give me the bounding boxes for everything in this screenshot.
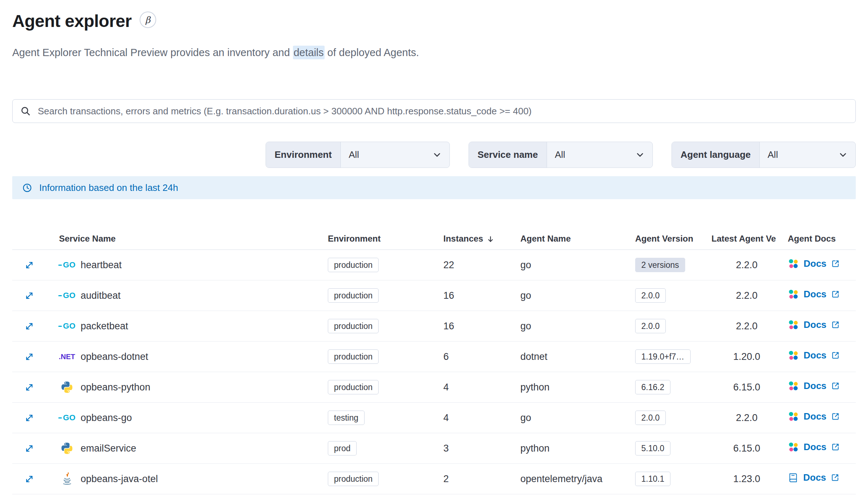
instances-count: 4 <box>440 403 517 433</box>
service-name: packetbeat <box>81 321 128 332</box>
column-label: Instances <box>443 234 483 243</box>
docs-link-label: Docs <box>804 380 827 392</box>
table-header-row: Service Name Environment Instances Agent… <box>12 229 856 250</box>
docs-link-label: Docs <box>803 472 826 483</box>
column-label: Latest Agent Ve <box>711 234 776 243</box>
agent-version-badge: 2.0.0 <box>635 411 666 425</box>
environment-badge: production <box>328 258 379 272</box>
subtitle-highlight: details <box>293 46 325 59</box>
column-header-latest-agent-version[interactable]: Latest Agent Ve <box>709 229 785 250</box>
docs-link-label: Docs <box>804 411 827 422</box>
java-icon <box>59 472 75 486</box>
expand-column-spacer <box>12 229 56 250</box>
latest-agent-version: 6.15.0 <box>709 433 785 464</box>
expand-row-button[interactable] <box>24 444 34 453</box>
expand-row-button[interactable] <box>24 474 34 484</box>
external-link-icon <box>831 260 840 268</box>
latest-agent-version: 2.2.0 <box>709 280 785 311</box>
table-row: emailServiceprod3python5.10.06.15.0Docs <box>12 433 856 464</box>
search-bar <box>12 99 856 123</box>
instances-count: 2 <box>440 464 517 494</box>
agent-docs-link[interactable]: Docs <box>788 411 840 422</box>
service-name-filter[interactable]: Service name All <box>469 142 653 168</box>
docs-link-label: Docs <box>804 319 827 330</box>
column-header-environment[interactable]: Environment <box>325 229 440 250</box>
chevron-down-icon <box>838 150 847 159</box>
column-header-service-name[interactable]: Service Name <box>56 229 325 250</box>
agent-docs-link[interactable]: Docs <box>788 289 840 300</box>
column-header-instances[interactable]: Instances <box>440 229 517 250</box>
agents-table-container: Service Name Environment Instances Agent… <box>12 229 856 494</box>
agent-docs-link[interactable]: Docs <box>788 472 839 483</box>
instances-count: 6 <box>440 342 517 372</box>
agent-docs-link[interactable]: Docs <box>788 441 840 453</box>
expand-row-button[interactable] <box>24 291 34 301</box>
instances-count: 3 <box>440 433 517 464</box>
agent-docs-link[interactable]: Docs <box>788 258 840 269</box>
agent-cluster-icon <box>788 289 799 300</box>
environment-filter-value: All <box>349 149 359 160</box>
expand-row-button[interactable] <box>24 352 34 362</box>
table-row: GOopbeans-gotesting4go2.0.02.2.0Docs <box>12 403 856 433</box>
page-title: Agent explorer <box>12 11 132 32</box>
sort-descending-icon <box>486 235 495 243</box>
agents-table: Service Name Environment Instances Agent… <box>12 229 856 494</box>
column-label: Agent Version <box>635 234 693 243</box>
filters-row: Environment All Service name All Agent l… <box>12 142 856 168</box>
latest-agent-version: 2.2.0 <box>709 311 785 342</box>
service-name: heartbeat <box>81 260 122 271</box>
expand-row-button[interactable] <box>24 383 34 392</box>
docs-link-label: Docs <box>804 289 827 300</box>
book-icon <box>788 472 799 483</box>
agent-language-filter-value: All <box>768 149 778 160</box>
agent-language-filter[interactable]: Agent language All <box>672 142 856 168</box>
table-row: .NETopbeans-dotnetproduction6dotnet1.19.… <box>12 342 856 372</box>
environment-filter[interactable]: Environment All <box>266 142 450 168</box>
agent-name: python <box>517 433 632 464</box>
external-link-icon <box>831 412 840 421</box>
python-icon <box>59 381 75 394</box>
agent-version-badge: 1.19.0+f7… <box>635 349 691 364</box>
expand-row-button[interactable] <box>24 321 34 331</box>
docs-link-label: Docs <box>804 258 827 269</box>
service-name: opbeans-python <box>81 382 150 393</box>
latest-agent-version: 6.15.0 <box>709 372 785 403</box>
agent-name: dotnet <box>517 342 632 372</box>
agent-docs-link[interactable]: Docs <box>788 350 840 361</box>
service-name-filter-value: All <box>555 149 565 160</box>
go-icon: GO <box>59 260 75 270</box>
time-range-callout: Information based on the last 24h <box>12 176 856 199</box>
agent-language-filter-label: Agent language <box>672 142 760 168</box>
agent-version-badge: 2.0.0 <box>635 319 666 333</box>
latest-agent-version: 2.2.0 <box>709 403 785 433</box>
environment-badge: production <box>328 472 379 486</box>
external-link-icon <box>831 290 840 298</box>
agent-name: go <box>517 311 632 342</box>
environment-badge: production <box>328 319 379 333</box>
agent-name: go <box>517 250 632 280</box>
agent-name: opentelemetry/java <box>517 464 632 494</box>
external-link-icon <box>831 351 840 360</box>
latest-agent-version: 1.23.0 <box>709 464 785 494</box>
table-row: opbeans-pythonproduction4python6.16.26.1… <box>12 372 856 403</box>
page-subtitle: Agent Explorer Technical Preview provide… <box>12 46 856 59</box>
agent-docs-link[interactable]: Docs <box>788 319 840 330</box>
expand-row-button[interactable] <box>24 413 34 423</box>
expand-row-button[interactable] <box>24 260 34 270</box>
service-name: auditbeat <box>81 290 121 301</box>
agent-docs-link[interactable]: Docs <box>788 380 840 392</box>
subtitle-text: of deployed Agents. <box>325 47 419 58</box>
column-header-agent-version[interactable]: Agent Version <box>632 229 709 250</box>
column-label: Service Name <box>59 234 116 243</box>
agent-name: go <box>517 280 632 311</box>
table-row: GOheartbeatproduction22go2 versions2.2.0… <box>12 250 856 280</box>
beta-badge: β <box>140 12 156 28</box>
search-input[interactable] <box>37 105 847 117</box>
environment-badge: production <box>328 380 379 394</box>
callout-text: Information based on the last 24h <box>39 182 178 193</box>
agent-version-badge[interactable]: 2 versions <box>635 258 685 272</box>
instances-count: 4 <box>440 372 517 403</box>
agent-version-badge: 6.16.2 <box>635 380 670 394</box>
column-header-agent-name[interactable]: Agent Name <box>517 229 632 250</box>
service-name-filter-label: Service name <box>469 142 547 168</box>
